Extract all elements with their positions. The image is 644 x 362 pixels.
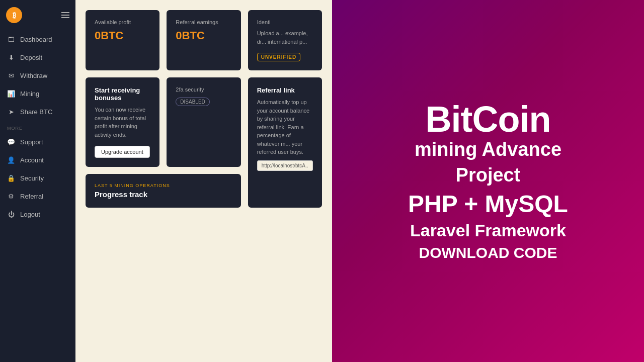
referral-link-desc: Automatically top up your account balanc…	[257, 98, 313, 156]
bonuses-desc: You can now receive certain bonus of tot…	[95, 106, 150, 139]
sidebar-item-label: Support	[20, 138, 43, 146]
more-section-label: MORE	[0, 121, 75, 133]
logout-icon: ⏻	[7, 210, 15, 218]
upgrade-account-button[interactable]: Upgrade account	[95, 146, 150, 158]
hamburger-menu[interactable]	[61, 12, 69, 18]
nav-more: 💬 Support 👤 Account 🔒 Security ⚙ Referra…	[0, 133, 75, 223]
sidebar-item-support[interactable]: 💬 Support	[0, 133, 75, 151]
security-2fa-title: 2fa security	[176, 86, 231, 93]
sidebar-item-logout[interactable]: ⏻ Logout	[0, 205, 75, 223]
mining-ops-title: Progress track	[95, 190, 232, 199]
sidebar-item-share-btc[interactable]: ➤ Share BTC	[0, 103, 75, 121]
available-profit-value: 0BTC	[95, 29, 150, 42]
mining-icon: 📊	[7, 89, 15, 98]
promo-line5: Laravel Framework	[408, 221, 568, 240]
referral-link-title: Referral link	[257, 86, 313, 94]
main-content: Available profit 0BTC Referral earnings …	[75, 0, 332, 362]
sidebar-item-label: Withdraw	[20, 72, 47, 79]
deposit-icon: ⬇	[7, 53, 15, 61]
withdraw-icon: ✉	[7, 71, 15, 79]
promo-line6: DOWNLOAD CODE	[408, 244, 568, 261]
identity-card: Identi Upload a... example, dr... intern…	[248, 10, 322, 70]
promo-content: BitCoin mining Advance Project PHP + MyS…	[408, 101, 568, 261]
available-profit-card: Available profit 0BTC	[86, 10, 159, 70]
sidebar: ₿ 🗔 Dashboard ⬇ Deposit ✉ Withdraw 📊 Min…	[0, 0, 75, 362]
support-icon: 💬	[7, 138, 15, 146]
dashboard-icon: 🗔	[7, 35, 15, 43]
sidebar-item-account[interactable]: 👤 Account	[0, 151, 75, 169]
sidebar-item-label: Account	[20, 156, 44, 164]
security-icon: 🔒	[7, 174, 15, 182]
referral-earnings-value: 0BTC	[176, 29, 231, 42]
sidebar-item-label: Dashboard	[20, 36, 52, 43]
sidebar-item-withdraw[interactable]: ✉ Withdraw	[0, 66, 75, 84]
identity-desc: Upload a... example, dr... international…	[257, 29, 313, 46]
referral-link-input[interactable]	[257, 160, 313, 171]
account-icon: 👤	[7, 156, 15, 164]
bonuses-title: Start receiving bonuses	[95, 86, 150, 102]
referral-earnings-card: Referral earnings 0BTC	[167, 10, 240, 70]
unverified-badge: UNVERIFIED	[257, 53, 301, 61]
sidebar-item-deposit[interactable]: ⬇ Deposit	[0, 48, 75, 66]
available-profit-label: Available profit	[95, 19, 150, 25]
sidebar-item-label: Mining	[20, 90, 39, 98]
sidebar-item-label: Deposit	[20, 54, 42, 61]
promo-line3: Project	[408, 164, 568, 186]
sidebar-item-dashboard[interactable]: 🗔 Dashboard	[0, 30, 75, 48]
disabled-badge: DISABLED	[176, 98, 209, 106]
referral-icon: ⚙	[7, 192, 15, 200]
sidebar-item-referral[interactable]: ⚙ Referral	[0, 187, 75, 205]
security-2fa-card: 2fa security DISABLED	[167, 77, 240, 167]
referral-earnings-label: Referral earnings	[176, 19, 231, 25]
sidebar-item-label: Logout	[20, 211, 40, 218]
sidebar-item-mining[interactable]: 📊 Mining	[0, 84, 75, 103]
referral-link-card: Referral link Automatically top up your …	[248, 77, 322, 208]
promo-panel: BitCoin mining Advance Project PHP + MyS…	[332, 0, 644, 362]
share-btc-icon: ➤	[7, 108, 15, 116]
identity-title: Identi	[257, 19, 313, 25]
mining-ops-card: LAST 5 MINING OPERATIONS Progress track	[86, 174, 241, 208]
cards-grid: Available profit 0BTC Referral earnings …	[86, 10, 322, 208]
sidebar-item-label: Security	[20, 174, 44, 182]
promo-line4: PHP + MySQL	[408, 190, 568, 218]
nav-main: 🗔 Dashboard ⬇ Deposit ✉ Withdraw 📊 Minin…	[0, 30, 75, 121]
sidebar-item-label: Share BTC	[20, 108, 52, 116]
promo-line1: BitCoin	[408, 101, 568, 139]
sidebar-item-label: Referral	[20, 193, 43, 200]
bitcoin-logo-icon: ₿	[6, 7, 22, 23]
mining-ops-sublabel: LAST 5 MINING OPERATIONS	[95, 183, 232, 188]
sidebar-logo: ₿	[0, 0, 75, 30]
promo-line2: mining Advance	[408, 139, 568, 160]
sidebar-item-security[interactable]: 🔒 Security	[0, 169, 75, 187]
bonuses-card: Start receiving bonuses You can now rece…	[86, 77, 159, 167]
